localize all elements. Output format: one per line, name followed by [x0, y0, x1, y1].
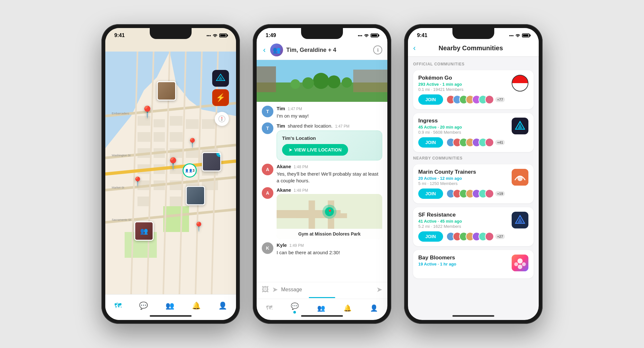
location-pin-1[interactable]: 📍: [140, 105, 155, 119]
view-live-location-button[interactable]: ➤ VIEW LIVE LOCATION: [282, 144, 348, 156]
notch-3: [452, 28, 494, 39]
ingress-card-bottom: JOIN +41: [418, 137, 528, 148]
location-pin-4[interactable]: 📍: [166, 157, 180, 170]
ingress-stats: 0.9 mi · 5608 Members: [418, 130, 508, 135]
svg-point-76: [522, 262, 526, 266]
svg-point-74: [517, 258, 523, 264]
map-preview-card[interactable]: 📍 Gym at Mission Dolores Park: [277, 194, 382, 239]
msg-sender-akane-1: Akane: [277, 164, 291, 169]
svg-point-75: [514, 262, 518, 266]
chat-nav-bell[interactable]: 🔔: [338, 303, 357, 313]
pokemon-plus-count: +77: [495, 97, 505, 102]
marin-join-button[interactable]: JOIN: [418, 188, 443, 199]
msg-content-akane-1: Akane 1:48 PM Yes, they'll be there! We'…: [277, 164, 382, 184]
sf-avatar-7: [485, 232, 494, 241]
akane-avatar-1: A: [262, 164, 273, 175]
ingress-join-button[interactable]: JOIN: [418, 137, 443, 148]
nav-map[interactable]: 🗺: [109, 299, 127, 313]
pokemon-join-button[interactable]: JOIN: [418, 94, 443, 105]
photo-pin-1[interactable]: [157, 81, 176, 101]
akane-avatar-2: A: [262, 187, 273, 199]
avatar-7: [485, 95, 494, 104]
svg-rect-3: [163, 206, 189, 232]
pokemon-card-top: Pokémon Go 293 Active · 1 min ago 0.1 mi…: [418, 75, 528, 92]
phone-communities: 9:41 ▪▪▪ ‹ Nearby Communities: [404, 24, 543, 324]
nav-chat[interactable]: 💬: [134, 299, 153, 313]
comm-status-time: 9:41: [417, 33, 427, 38]
nav-bell[interactable]: 🔔: [187, 299, 206, 313]
pokemon-member-avatars: +77: [446, 95, 505, 104]
chat-info-button[interactable]: ℹ: [373, 45, 382, 54]
nav-people[interactable]: 👥: [160, 299, 179, 313]
profile-icon: 👤: [218, 302, 227, 310]
svg-text:Sacramento St: Sacramento St: [112, 218, 131, 221]
home-indicator-3: [452, 315, 494, 317]
communities-screen: 9:41 ▪▪▪ ‹ Nearby Communities: [408, 28, 539, 320]
photo-pin-2[interactable]: 4: [202, 152, 221, 171]
msg-header-kyle: Kyle 1:49 PM: [277, 242, 382, 248]
marin-name: Marin County Trainers: [418, 169, 508, 175]
location-pin-3[interactable]: 📍: [132, 176, 143, 187]
bay-active: 19 Active · 1 hr ago: [418, 262, 508, 266]
svg-text:Embarcadero: Embarcadero: [112, 112, 129, 115]
chat-nav-people[interactable]: 👥: [312, 303, 330, 313]
comm-status-icons: ▪▪▪: [509, 33, 530, 38]
location-share-icon[interactable]: ➤: [272, 285, 278, 294]
msg-sender-location: Tim: [277, 123, 285, 129]
ing-avatar-7: [485, 138, 494, 147]
wifi-icon: [213, 33, 218, 38]
msg-header-akane-1: Akane 1:48 PM: [277, 164, 382, 169]
msg-sender-kyle: Kyle: [277, 242, 287, 248]
tim-avatar-2: T: [262, 122, 273, 134]
wizards-app-icon[interactable]: ⚡: [212, 89, 229, 106]
chat-back-button[interactable]: ‹: [262, 44, 267, 56]
msg-text-kyle: I can be there at around 2:30!: [277, 249, 382, 256]
map-screen[interactable]: Embarcadero Washington St Market St Sacr…: [105, 28, 236, 320]
status-time: 9:41: [114, 33, 125, 38]
chat-group-avatar: 👥: [270, 44, 283, 56]
svg-rect-9: [154, 132, 165, 142]
message-akane-map: A Akane 1:48 PM: [262, 187, 382, 239]
msg-time-1: 1:47 PM: [288, 107, 302, 111]
svg-rect-51: [257, 66, 276, 92]
ingress-info: Ingress 45 Active · 20 min ago 0.9 mi · …: [418, 118, 508, 135]
message-input[interactable]: [281, 287, 373, 293]
bay-icon: [512, 255, 528, 271]
pokemon-card-bottom: JOIN +77: [418, 94, 528, 105]
nav-profile[interactable]: 👤: [213, 299, 232, 313]
sf-card-bottom: JOIN +27: [418, 231, 528, 242]
msg-shared-text: shared their location.: [288, 122, 332, 129]
pokemon-info: Pokémon Go 293 Active · 1 min ago 0.1 mi…: [418, 75, 508, 92]
marin-member-avatars: +19: [446, 189, 505, 198]
cluster-avatars: 👤👤: [185, 169, 193, 172]
location-pin-2[interactable]: 📍: [187, 138, 198, 148]
svg-point-55: [327, 75, 340, 88]
ingress-member-avatars: +41: [446, 138, 505, 147]
msg-header-location: Tim shared their location. 1:47 PM: [277, 122, 382, 129]
chat-status-icons: ▪▪▪: [358, 33, 378, 38]
cluster-pin[interactable]: 👤👤 3: [183, 163, 197, 178]
sf-member-avatars: +27: [446, 232, 505, 241]
chat-nav-map[interactable]: 🗺: [261, 303, 278, 313]
message-tim-location: T Tim shared their location. 1:47 PM Tim…: [262, 122, 382, 160]
send-icon[interactable]: ➤: [376, 285, 382, 294]
location-pin-5[interactable]: 📍: [193, 221, 204, 232]
photo-pin-4[interactable]: 👥: [134, 221, 154, 241]
photo-pin-3[interactable]: [186, 186, 205, 205]
kyle-avatar: K: [262, 242, 273, 254]
comm-back-button[interactable]: ‹: [413, 44, 416, 53]
ingress-name: Ingress: [418, 118, 508, 124]
ingress-app-icon[interactable]: [212, 70, 229, 87]
location-share-card: Tim's Location ➤ VIEW LIVE LOCATION: [277, 130, 382, 160]
marin-icon: [512, 169, 528, 186]
chat-nav-chat[interactable]: 💬: [286, 301, 304, 315]
sf-join-button[interactable]: JOIN: [418, 231, 443, 242]
community-card-marin: Marin County Trainers 20 Active · 12 min…: [413, 164, 534, 203]
image-attach-icon[interactable]: 🖼: [262, 285, 269, 294]
chat-nav-profile[interactable]: 👤: [365, 303, 383, 313]
msg-content-1: Tim 1:47 PM I'm on my way!: [277, 106, 382, 119]
chat-input-bar: 🖼 ➤ ➤: [257, 282, 387, 297]
chat-bottom-nav: 🗺 💬 👥 🔔 👤: [257, 299, 387, 320]
chat-tab-indicator: [309, 297, 335, 298]
compass-button[interactable]: [215, 112, 229, 126]
